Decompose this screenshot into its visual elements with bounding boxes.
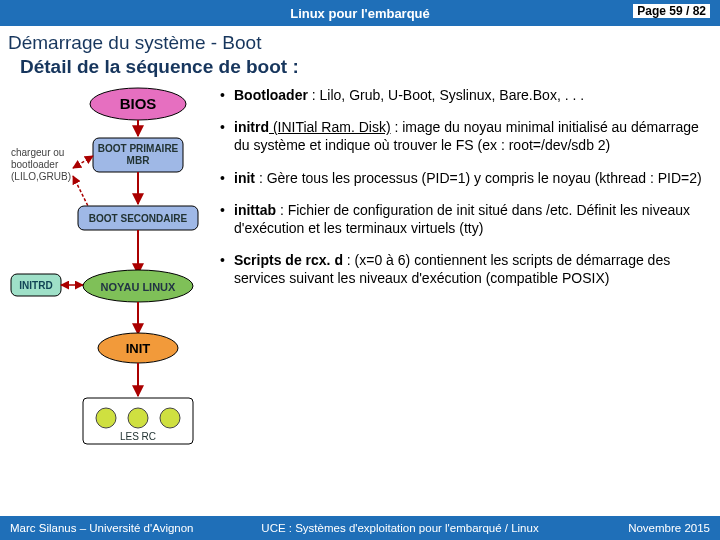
diagram-rc: LES RC — [120, 431, 156, 442]
svg-point-16 — [128, 408, 148, 428]
svg-line-3 — [73, 156, 93, 168]
diagram-boot-primary-l2: MBR — [127, 155, 151, 166]
diagram-boot-primary-l1: BOOT PRIMAIRE — [98, 143, 179, 154]
diagram-loader-l1: chargeur ou — [11, 147, 64, 158]
diagram-loader-l3: (LILO,GRUB) — [11, 171, 71, 182]
main-row: BIOS BOOT PRIMAIRE MBR chargeur ou bootl… — [8, 86, 712, 486]
boot-sequence-diagram: BIOS BOOT PRIMAIRE MBR chargeur ou bootl… — [8, 86, 208, 486]
slide-title: Démarrage du système - Boot — [8, 32, 712, 54]
slide-content: Démarrage du système - Boot Détail de la… — [0, 26, 720, 486]
footer-course: UCE : Systèmes d'exploitation pour l'emb… — [200, 522, 600, 534]
slide-footer: Marc Silanus – Université d'Avignon UCE … — [0, 516, 720, 540]
bullet-bootloader: Bootloader : Lilo, Grub, U-Boot, Syslinu… — [216, 86, 706, 104]
diagram-loader-l2: bootloader — [11, 159, 59, 170]
slide-subtitle: Détail de la séquence de boot : — [20, 56, 712, 78]
slide-header: Linux pour l'embarqué Page 59 / 82 — [0, 0, 720, 26]
diagram-init: INIT — [126, 341, 151, 356]
diagram-initrd: INITRD — [19, 280, 52, 291]
bullet-init: init : Gère tous les processus (PID=1) y… — [216, 169, 706, 187]
footer-date: Novembre 2015 — [600, 522, 720, 534]
footer-author: Marc Silanus – Université d'Avignon — [0, 522, 200, 534]
svg-point-17 — [160, 408, 180, 428]
bullet-inittab: inittab : Fichier de configuration de in… — [216, 201, 706, 237]
diagram-kernel: NOYAU LINUX — [101, 281, 176, 293]
header-title: Linux pour l'embarqué — [290, 6, 430, 21]
diagram-boot-secondary: BOOT SECONDAIRE — [89, 213, 188, 224]
page-indicator: Page 59 / 82 — [633, 4, 710, 18]
svg-point-15 — [96, 408, 116, 428]
diagram-bios-label: BIOS — [120, 95, 157, 112]
bullet-initrd: initrd (INITial Ram. Disk) : image du no… — [216, 118, 706, 154]
bullet-list: Bootloader : Lilo, Grub, U-Boot, Syslinu… — [216, 86, 712, 486]
bullet-scripts: Scripts de rcx. d : (x=0 à 6) contiennen… — [216, 251, 706, 287]
